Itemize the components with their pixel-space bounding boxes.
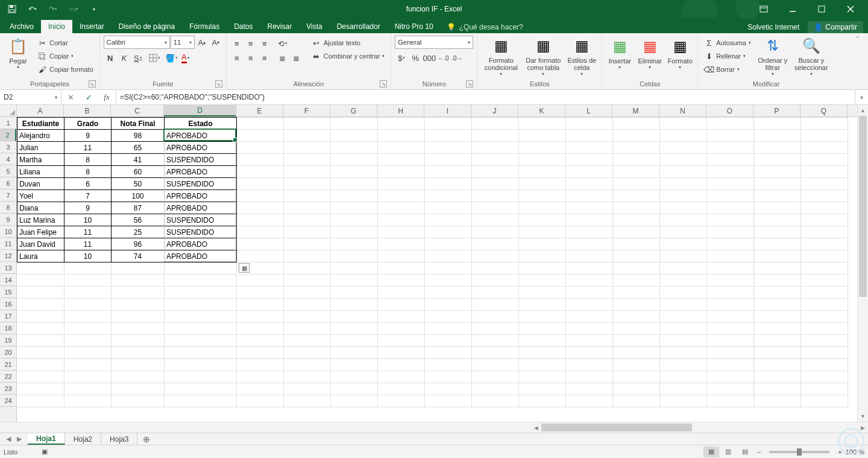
column-header[interactable]: L (565, 105, 612, 116)
zoom-out-button[interactable]: − (757, 448, 761, 456)
insert-function-button[interactable]: fx (98, 92, 116, 102)
row-header[interactable]: 24 (0, 395, 16, 407)
column-header[interactable]: O (706, 105, 753, 116)
sheet-tab[interactable]: Hoja1 (28, 433, 65, 445)
row-header[interactable]: 7 (0, 189, 16, 202)
tab-datos[interactable]: Datos (227, 20, 260, 33)
insert-cells-button[interactable]: ▦Insertar▾ (606, 36, 634, 77)
macro-record-button[interactable]: ▣ (42, 448, 48, 456)
formula-input[interactable]: =SI(C2>=60;"APROBADO";"SUSPENDIDO") (116, 90, 855, 104)
row-header[interactable]: 16 (0, 298, 16, 310)
row-header[interactable]: 19 (0, 334, 16, 346)
row-header[interactable]: 12 (0, 250, 16, 262)
paste-button[interactable]: 📋 Pegar ▾ (4, 36, 33, 77)
row-header[interactable]: 20 (0, 346, 16, 358)
decrease-decimal-button[interactable]: .0→ (450, 51, 464, 65)
name-box[interactable]: D2▾ (0, 90, 61, 104)
row-header[interactable]: 6 (0, 177, 16, 189)
underline-button[interactable]: S▾ (131, 51, 145, 65)
column-header[interactable]: B (64, 105, 111, 116)
normal-view-button[interactable]: ▦ (703, 447, 719, 457)
font-name-combo[interactable]: Calibri▾ (104, 36, 170, 49)
qat-customize-button[interactable]: ▾ (87, 2, 101, 16)
copy-button[interactable]: ⿻Copiar ▾ (35, 50, 96, 62)
page-break-view-button[interactable]: ▤ (737, 447, 753, 457)
row-header[interactable]: 4 (0, 153, 16, 165)
font-color-button[interactable]: A▾ (179, 51, 192, 65)
row-header[interactable]: 17 (0, 310, 16, 322)
borders-button[interactable]: ▾ (148, 51, 162, 65)
percent-format-button[interactable]: % (409, 51, 422, 65)
align-middle-button[interactable]: ≡ (244, 37, 257, 50)
tab-revisar[interactable]: Revisar (260, 20, 300, 33)
sheet-tab[interactable]: Hoja3 (101, 433, 137, 445)
clipboard-dialog-launcher[interactable]: ↘ (89, 80, 96, 87)
row-header[interactable]: 2 (0, 129, 16, 141)
orientation-button[interactable]: ⟲▾ (276, 37, 289, 50)
cells-area[interactable]: EstudianteGradoNota FinalEstadoAlejandro… (17, 117, 857, 422)
number-format-combo[interactable]: General▾ (395, 36, 473, 49)
align-right-button[interactable]: ≡ (258, 51, 271, 65)
column-header[interactable]: C (111, 105, 164, 116)
zoom-in-button[interactable]: + (838, 448, 841, 456)
column-header[interactable]: F (283, 105, 330, 116)
zoom-slider[interactable] (769, 451, 829, 453)
sort-filter-button[interactable]: ⇅Ordenar y filtrar▾ (756, 36, 790, 77)
clear-button[interactable]: ⌫Borrar ▾ (702, 63, 753, 75)
row-header[interactable]: 11 (0, 238, 16, 250)
italic-button[interactable]: K (118, 51, 131, 65)
save-button[interactable] (5, 2, 19, 16)
row-header[interactable]: 15 (0, 286, 16, 298)
increase-font-button[interactable]: A▴ (195, 36, 209, 49)
column-header[interactable]: A (17, 105, 64, 116)
minimize-button[interactable] (784, 1, 802, 17)
column-header[interactable]: Q (800, 105, 848, 116)
row-header[interactable]: 23 (0, 383, 16, 395)
find-select-button[interactable]: 🔍Buscar y seleccionar▾ (792, 36, 831, 77)
align-bottom-button[interactable]: ≡ (258, 37, 271, 50)
cell-styles-button[interactable]: ▦Estilos de celda▾ (565, 36, 598, 77)
sheet-tab-nav[interactable]: ◀▶ (0, 433, 28, 445)
enter-formula-button[interactable]: ✓ (80, 93, 98, 102)
align-top-button[interactable]: ≡ (230, 37, 244, 50)
horizontal-scrollbar[interactable]: ◀▶ (530, 422, 868, 433)
fill-button[interactable]: ⬇Rellenar ▾ (702, 50, 753, 62)
ribbon-display-button[interactable] (755, 1, 773, 17)
row-header[interactable]: 9 (0, 214, 16, 226)
page-layout-view-button[interactable]: ▥ (720, 447, 736, 457)
column-header[interactable]: G (330, 105, 377, 116)
autofill-options-button[interactable]: ▦ (239, 263, 250, 273)
format-cells-button[interactable]: ▦Formato▾ (666, 36, 694, 77)
align-left-button[interactable]: ≡ (230, 51, 244, 65)
new-sheet-button[interactable]: ⊕ (137, 433, 156, 445)
expand-formula-bar-button[interactable]: ▾ (855, 90, 868, 104)
account-name[interactable]: Solvetic Internet (741, 21, 805, 33)
column-header[interactable]: J (471, 105, 518, 116)
column-header[interactable]: I (424, 105, 471, 116)
row-header[interactable]: 5 (0, 165, 16, 177)
redo-button[interactable]: ↷▾ (46, 2, 60, 16)
row-header[interactable]: 3 (0, 141, 16, 153)
close-button[interactable] (841, 1, 860, 17)
tab-diseño-de-página[interactable]: Diseño de página (112, 20, 182, 33)
merge-center-button[interactable]: ⬌Combinar y centrar ▾ (309, 50, 388, 62)
vertical-scrollbar[interactable]: ▲▼ (857, 105, 868, 422)
decrease-font-button[interactable]: A▾ (209, 36, 222, 49)
undo-button[interactable]: ↶▾ (25, 2, 40, 16)
bold-button[interactable]: N (104, 51, 117, 65)
tab-nitro-pro-10[interactable]: Nitro Pro 10 (388, 20, 441, 33)
format-as-table-button[interactable]: ▦Dar formato como tabla▾ (523, 36, 563, 77)
column-header[interactable]: P (753, 105, 800, 116)
zoom-level[interactable]: 100 % (846, 448, 864, 456)
column-header[interactable]: E (236, 105, 283, 116)
row-header[interactable]: 13 (0, 262, 16, 274)
increase-decimal-button[interactable]: ←.0 (436, 51, 450, 65)
tab-insertar[interactable]: Insertar (72, 20, 112, 33)
row-header[interactable]: 18 (0, 322, 16, 334)
row-header[interactable]: 8 (0, 202, 16, 214)
delete-cells-button[interactable]: ▦Eliminar▾ (636, 36, 664, 77)
tab-desarrollador[interactable]: Desarrollador (330, 20, 388, 33)
decrease-indent-button[interactable]: ≣ (276, 51, 289, 65)
comma-format-button[interactable]: 000 (423, 51, 436, 65)
tab-fórmulas[interactable]: Fórmulas (182, 20, 227, 33)
